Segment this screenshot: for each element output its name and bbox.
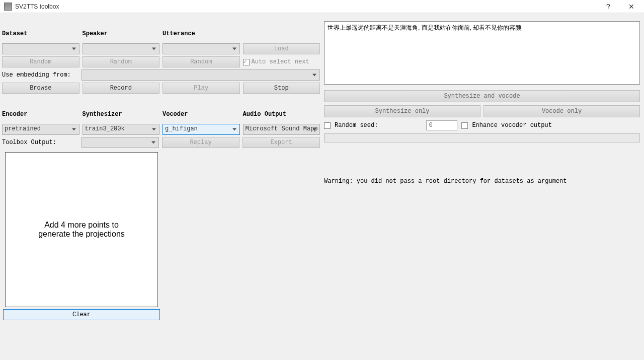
encoder-label: Encoder (2, 96, 79, 122)
synthesizer-select[interactable]: train3_200k (83, 124, 160, 135)
export-button[interactable]: Export (243, 137, 320, 148)
vocoder-label: Vocoder (163, 96, 240, 122)
play-button[interactable]: Play (163, 83, 240, 94)
synth-vocode-button[interactable]: Synthesize and vocode (324, 90, 640, 102)
projection-box: Add 4 more points to generate the projec… (5, 152, 158, 307)
dataset-label: Dataset (2, 15, 79, 41)
random-utterance-button[interactable]: Random (163, 56, 240, 67)
load-button[interactable]: Load (243, 43, 320, 54)
audio-output-label: Audio Output (243, 96, 320, 122)
toolbox-output-select[interactable] (82, 137, 159, 148)
app-icon (4, 3, 12, 11)
vocoder-select[interactable]: g_hifigan (163, 124, 240, 135)
audio-output-select[interactable]: Microsoft Sound Mapp (243, 124, 320, 135)
synthesizer-label: Synthesizer (83, 96, 160, 122)
help-button[interactable]: ? (597, 0, 620, 13)
text-input[interactable] (324, 21, 640, 85)
projection-hint: Add 4 more points to generate the projec… (38, 221, 125, 239)
auto-select-label: Auto select next (252, 58, 309, 65)
random-dataset-button[interactable]: Random (2, 56, 79, 67)
replay-button[interactable]: Replay (162, 137, 239, 148)
encoder-select[interactable]: pretrained (2, 124, 79, 135)
toolbox-output-label: Toolbox Output: (2, 137, 78, 148)
use-embedding-label: Use embedding from: (2, 69, 78, 81)
auto-select-row: Auto select next (243, 56, 320, 67)
synth-only-button[interactable]: Synthesize only (324, 105, 480, 117)
auto-select-checkbox[interactable] (243, 59, 250, 65)
speaker-select[interactable] (83, 43, 160, 54)
stop-button[interactable]: Stop (243, 83, 320, 94)
right-pane: Synthesize and vocode Synthesize only Vo… (322, 13, 644, 360)
browse-button[interactable]: Browse (2, 83, 79, 94)
enhance-checkbox[interactable] (461, 122, 468, 129)
warning-text: Warning: you did not pass a root directo… (324, 142, 640, 185)
dataset-select[interactable] (2, 43, 79, 54)
titlebar: SV2TTS toolbox ? ✕ (0, 0, 644, 13)
clear-button[interactable]: Clear (3, 309, 160, 320)
speaker-label: Speaker (83, 15, 160, 41)
vocode-only-button[interactable]: Vocode only (484, 105, 640, 117)
seed-input[interactable] (426, 120, 457, 130)
progress-bar (324, 133, 640, 142)
enhance-label: Enhance vocoder output (472, 122, 551, 129)
window-title: SV2TTS toolbox (15, 3, 59, 10)
embedding-select[interactable] (82, 69, 320, 81)
record-button[interactable]: Record (83, 83, 160, 94)
left-pane: Dataset Speaker Utterance Load Random Ra… (0, 13, 322, 360)
random-seed-checkbox[interactable] (324, 122, 331, 129)
utterance-label: Utterance (163, 15, 240, 41)
close-button[interactable]: ✕ (620, 0, 643, 13)
utterance-select[interactable] (163, 43, 240, 54)
random-seed-label: Random seed: (335, 122, 378, 129)
random-speaker-button[interactable]: Random (83, 56, 160, 67)
